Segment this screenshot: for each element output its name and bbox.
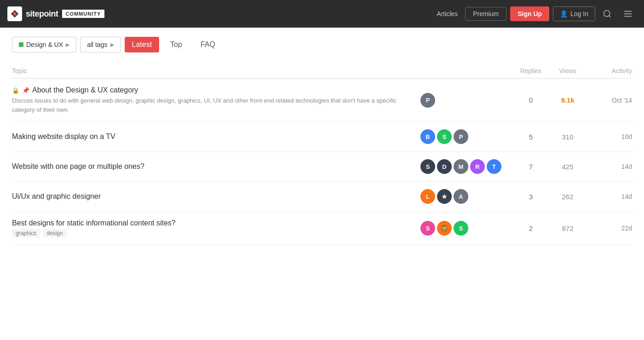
header-activity: Activity [586,67,632,75]
reply-count: 0 [512,96,549,104]
view-count: 872 [549,225,586,232]
topic-title[interactable]: Website with one page or multiple ones? [12,162,420,171]
avatar: ★ [437,189,452,204]
topic-info: Ui/Ux and graphic designer [12,192,420,201]
avatar: D [437,159,452,174]
topic-title[interactable]: Ui/Ux and graphic designer [12,192,420,201]
activity-time: Oct '14 [586,97,632,104]
premium-button[interactable]: Premium [465,7,506,21]
topic-info: Best designs for static informational co… [12,219,420,237]
activity-time: 14d [586,193,632,200]
avatar: P [420,93,435,108]
user-icon: 👤 [560,10,568,17]
view-count: 425 [549,163,586,171]
activity-time: 10d [586,133,632,140]
table-row: Ui/Ux and graphic designer L★A 3 262 14d [12,182,632,212]
filter-bar: Design & UX ▶ all tags ▶ Latest Top FAQ [12,37,632,52]
tab-top[interactable]: Top [163,37,190,52]
topic-tags: graphicsdesign [12,229,420,237]
reply-count: 7 [512,163,549,171]
articles-link[interactable]: Articles [433,8,461,19]
signup-button[interactable]: Sign Up [510,6,549,21]
topic-avatars: SDMRT [420,159,512,174]
tags-filter[interactable]: all tags ▶ [80,37,121,52]
topic-info: Website with one page or multiple ones? [12,162,420,171]
topic-avatars: P [420,93,512,108]
activity-time: 22d [586,225,632,232]
pin-icon: 📌 [22,87,29,94]
avatar: M [454,159,468,174]
logo-text: sitepoint [26,9,58,19]
view-count: 262 [549,193,586,201]
topic-avatars: S🦁S [420,221,512,236]
site-logo[interactable] [7,6,22,21]
topic-avatars: BSP [420,129,512,144]
avatar: L [420,189,435,204]
tab-latest[interactable]: Latest [125,37,160,52]
view-count: 9.1k [549,96,586,104]
avatar: P [454,129,468,144]
topic-info: Making website display on a TV [12,133,420,141]
avatar: S [420,159,435,174]
table-row: Best designs for static informational co… [12,212,632,245]
avatar: R [470,159,485,174]
lock-icon: 🔒 [12,87,19,94]
hamburger-menu-icon[interactable] [619,7,637,21]
table-row: Website with one page or multiple ones? … [12,152,632,182]
table-header: Topic Replies Views Activity [12,63,632,79]
tab-faq[interactable]: FAQ [193,37,223,52]
chevron-right-icon-tags: ▶ [110,42,114,48]
tag[interactable]: design [43,229,66,237]
reply-count: 2 [512,225,549,232]
chevron-right-icon: ▶ [66,42,69,48]
activity-time: 14d [586,163,632,170]
topic-title[interactable]: 🔒📌 About the Design & UX category [12,86,420,94]
svg-point-1 [13,12,17,16]
avatar: S [420,221,435,236]
site-header: sitepoint COMMUNITY Articles Premium Sig… [0,0,644,28]
tag[interactable]: graphics [12,229,40,237]
avatar: 🦁 [437,221,452,236]
community-badge: COMMUNITY [62,10,105,18]
topics-list: 🔒📌 About the Design & UX category Discus… [12,79,632,245]
header-nav: Articles Premium Sign Up 👤 Log In [433,6,637,21]
table-row: 🔒📌 About the Design & UX category Discus… [12,79,632,122]
category-filter[interactable]: Design & UX ▶ [12,37,76,52]
login-button[interactable]: 👤 Log In [553,6,595,21]
header-topic: Topic [12,67,420,75]
table-row: Making website display on a TV BSP 5 310… [12,122,632,152]
logo-area: sitepoint COMMUNITY [7,6,427,21]
reply-count: 5 [512,133,549,141]
search-icon[interactable] [599,7,615,20]
topic-title[interactable]: Making website display on a TV [12,133,420,141]
topic-description: Discuss issues to do with general web de… [12,96,420,114]
reply-count: 3 [512,193,549,201]
topic-title[interactable]: Best designs for static informational co… [12,219,420,227]
main-content: Design & UX ▶ all tags ▶ Latest Top FAQ … [5,28,639,245]
header-replies: Replies [512,67,549,75]
avatar: A [454,189,468,204]
topic-avatars: L★A [420,189,512,204]
view-count: 310 [549,133,586,141]
category-color-dot [19,42,23,47]
header-views: Views [549,67,586,75]
avatar: B [420,129,435,144]
topic-info: 🔒📌 About the Design & UX category Discus… [12,86,420,114]
svg-point-2 [604,11,610,17]
avatar: T [487,159,501,174]
avatar: S [437,129,452,144]
avatar: S [454,221,468,236]
